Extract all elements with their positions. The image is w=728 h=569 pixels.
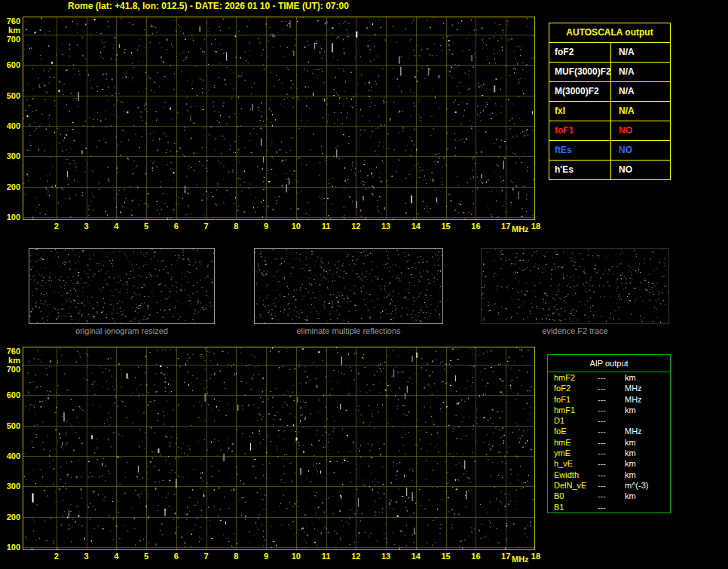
x-tick-label-10: 10 xyxy=(287,552,305,561)
parameter-label: MUF(3000)F2 xyxy=(549,63,611,81)
x-tick-label-9: 9 xyxy=(257,552,275,561)
aip-row-d1: D1--- xyxy=(548,415,670,426)
x-tick-label-11: 11 xyxy=(317,222,335,231)
x-tick-label-12: 12 xyxy=(347,222,365,231)
x-tick-label-11: 11 xyxy=(317,552,335,561)
parameter-unit: km xyxy=(625,458,670,469)
ionogram-plot-bottom xyxy=(23,347,535,550)
x-tick-label-8: 8 xyxy=(227,222,245,231)
aip-table-header: AIP output xyxy=(548,355,670,372)
y-axis-unit-label: km xyxy=(1,26,20,35)
thumbnail-original-ionogram xyxy=(29,248,215,324)
parameter-unit: MHz xyxy=(625,394,670,405)
y-tick-label-500: 500 xyxy=(1,422,20,430)
y-tick-label-300: 300 xyxy=(1,482,20,491)
parameter-label: foF1 xyxy=(548,394,598,405)
parameter-value: --- xyxy=(598,394,625,405)
parameter-unit: MHz xyxy=(625,383,670,393)
parameter-value: N/A xyxy=(611,82,670,101)
aip-row-fof2: foF2---MHz xyxy=(548,383,670,393)
parameter-label: hmF2 xyxy=(548,372,598,383)
parameter-value: NO xyxy=(611,141,670,160)
autoscala-row-m-3000-f2: M(3000)F2N/A xyxy=(549,82,670,102)
parameter-value: --- xyxy=(598,491,625,501)
aip-table-rows: hmF2---kmfoF2---MHzfoF1---MHzhmF1---kmD1… xyxy=(548,372,670,512)
x-tick-label-14: 14 xyxy=(407,552,425,561)
parameter-value: --- xyxy=(598,502,625,512)
parameter-label: fxI xyxy=(549,102,611,121)
autoscala-row-muf-3000-f2: MUF(3000)F2N/A xyxy=(549,63,670,82)
aip-row-h-ve: h_vE---km xyxy=(548,458,670,469)
x-tick-label-18: 18 xyxy=(527,222,545,231)
parameter-value: --- xyxy=(598,426,625,436)
x-tick-label-2: 2 xyxy=(47,552,66,561)
y-tick-label-400: 400 xyxy=(1,122,20,130)
x-tick-label-13: 13 xyxy=(377,222,395,231)
ionogram-plot-top xyxy=(23,17,535,220)
x-tick-label-16: 16 xyxy=(466,222,485,231)
autoscala-row-fxi: fxIN/A xyxy=(549,102,670,121)
parameter-value: --- xyxy=(598,480,625,491)
y-tick-label-760: 760 xyxy=(1,347,20,356)
parameter-value: N/A xyxy=(611,63,670,81)
y-tick-label-400: 400 xyxy=(1,452,20,460)
parameter-unit: m^(-3) xyxy=(625,480,670,491)
x-axis-unit-label: MHz xyxy=(512,225,529,234)
aip-row-b1: B1--- xyxy=(548,502,670,512)
x-tick-label-15: 15 xyxy=(437,552,455,561)
parameter-label: ymE xyxy=(548,448,598,458)
x-tick-label-2: 2 xyxy=(47,222,66,231)
x-tick-label-13: 13 xyxy=(377,552,395,561)
parameter-unit: km xyxy=(625,405,670,415)
thumbnail-caption-reflections: eliminate multiple reflections xyxy=(254,326,443,335)
x-tick-label-18: 18 xyxy=(527,552,545,561)
y-tick-label-600: 600 xyxy=(1,61,20,69)
parameter-value: NO xyxy=(611,161,670,179)
aip-row-yme: ymE---km xyxy=(548,448,670,458)
x-axis-unit-label: MHz xyxy=(512,555,529,564)
x-tick-label-4: 4 xyxy=(107,552,125,561)
page-title: Rome (lat: +41.8, lon: 012.5) - DATE: 20… xyxy=(68,1,349,11)
y-tick-label-760: 760 xyxy=(1,17,20,26)
x-tick-label-14: 14 xyxy=(407,222,425,231)
parameter-unit xyxy=(625,415,670,426)
parameter-label: foF2 xyxy=(548,383,598,393)
aip-row-hme: hmE---km xyxy=(548,437,670,448)
y-tick-label-300: 300 xyxy=(1,152,20,161)
parameter-label: hmF1 xyxy=(548,405,598,415)
x-tick-label-8: 8 xyxy=(227,552,245,561)
x-tick-label-4: 4 xyxy=(107,222,125,231)
thumbnail-caption-original: original ionogram resized xyxy=(29,326,215,335)
x-tick-label-9: 9 xyxy=(257,222,275,231)
x-tick-label-15: 15 xyxy=(437,222,455,231)
parameter-label: hmE xyxy=(548,437,598,448)
y-tick-label-500: 500 xyxy=(1,92,20,100)
aip-row-fof1: foF1---MHz xyxy=(548,394,670,405)
parameter-label: ftEs xyxy=(549,141,611,160)
x-tick-label-6: 6 xyxy=(167,222,185,231)
parameter-value: --- xyxy=(598,372,625,383)
autoscala-row-h-es: h'EsNO xyxy=(549,161,670,179)
parameter-label: foF1 xyxy=(549,121,611,140)
aip-row-b0: B0---km xyxy=(548,491,670,501)
x-tick-label-7: 7 xyxy=(197,222,216,231)
y-tick-label-700: 700 xyxy=(1,35,20,44)
thumbnail-evidence-f2-trace xyxy=(481,248,669,324)
x-tick-label-16: 16 xyxy=(466,552,485,561)
parameter-value: N/A xyxy=(611,102,670,121)
y-tick-label-700: 700 xyxy=(1,366,20,374)
parameter-label: D1 xyxy=(548,415,598,426)
y-tick-label-100: 100 xyxy=(1,543,20,552)
x-tick-label-10: 10 xyxy=(287,222,305,231)
aip-row-deln-ve: DelN_vE---m^(-3) xyxy=(548,480,670,491)
aip-row-hmf1: hmF1---km xyxy=(548,405,670,415)
parameter-value: NO xyxy=(611,121,670,140)
parameter-value: --- xyxy=(598,405,625,415)
autoscala-row-ftes: ftEsNO xyxy=(549,141,670,161)
parameter-label: M(3000)F2 xyxy=(549,82,611,101)
x-tick-label-6: 6 xyxy=(167,552,185,561)
parameter-unit: km xyxy=(625,491,670,501)
parameter-label: h'Es xyxy=(549,161,611,179)
parameter-label: Ewidth xyxy=(548,470,598,480)
autoscala-app-window: Rome (lat: +41.8, lon: 012.5) - DATE: 20… xyxy=(0,0,728,569)
